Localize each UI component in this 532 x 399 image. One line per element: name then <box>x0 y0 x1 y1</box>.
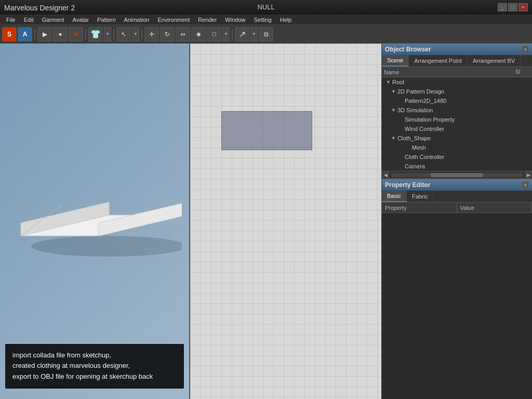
label-3d-sim: 3D Simulation <box>397 107 433 113</box>
menu-window[interactable]: Window <box>221 15 249 25</box>
tree-item-mesh[interactable]: Mesh <box>382 143 532 152</box>
viewport-2d-panel[interactable] <box>190 44 381 399</box>
null-label: NULL <box>257 3 274 11</box>
menu-pattern[interactable]: Pattern <box>93 15 119 25</box>
app-title: Marvelous Designer 2 <box>4 2 75 13</box>
label-pattern2d: Pattern2D_1480 <box>405 98 446 104</box>
viewport-2d[interactable] <box>190 44 381 399</box>
scale-tool[interactable]: ⇔ <box>176 27 190 42</box>
menu-animation[interactable]: Animation <box>120 15 154 25</box>
tree-item-wind-ctrl[interactable]: Wind Controller <box>382 124 532 134</box>
play-button[interactable]: ▶ <box>37 27 52 42</box>
menu-render[interactable]: Render <box>194 15 221 25</box>
menu-edit[interactable]: Edit <box>20 15 38 25</box>
property-content <box>382 213 532 399</box>
close-button[interactable]: × <box>518 3 528 11</box>
tab-arrangement-bv[interactable]: Arrangement BV <box>468 55 521 66</box>
label-sim-property: Simulation Property <box>405 116 455 123</box>
tree-item-cloth-ctrl[interactable]: Cloth Controller <box>382 152 532 162</box>
tool5[interactable]: ⬡ <box>207 27 221 42</box>
tree-item-camera[interactable]: Camera <box>382 162 532 171</box>
tree-header: Name SI <box>382 67 532 77</box>
scroll-left[interactable]: ◀ <box>382 171 389 179</box>
col-si: SI <box>514 67 525 77</box>
right-panel: Object Browser × Scene Arrangement Point… <box>381 44 532 399</box>
arrow-cloth-shape: ▼ <box>391 136 396 141</box>
cam-tool[interactable]: ⧉ <box>259 27 273 42</box>
object-browser: Object Browser × Scene Arrangement Point… <box>382 44 532 179</box>
window-controls: _ □ × <box>498 3 528 11</box>
select-tool[interactable]: ↖ <box>116 27 131 42</box>
scrollbar-track <box>391 173 523 177</box>
stop-button[interactable]: ■ <box>53 27 68 42</box>
tab-fabric[interactable]: Fabric <box>407 191 434 202</box>
rotate-tool[interactable]: ↻ <box>160 27 175 42</box>
property-editor-header: Property Editor × <box>382 179 532 191</box>
object-browser-tabs: Scene Arrangement Point Arrangement BV <box>382 55 532 67</box>
tab-scene[interactable]: Scene <box>382 55 409 66</box>
object-browser-title: Object Browser <box>385 46 431 53</box>
label-cloth-shape: Cloth_Shape <box>397 135 431 141</box>
menu-setting[interactable]: Setting <box>249 15 275 25</box>
tree-item-sim-property[interactable]: Simulation Property <box>382 115 532 124</box>
app-subtitle: Designer 2 <box>38 4 75 12</box>
tool6-dropdown[interactable]: ▼ <box>250 27 258 42</box>
col-name: Name <box>382 67 514 77</box>
caption-overlay: import collada file from sketchup, creat… <box>5 344 184 389</box>
minimize-button[interactable]: _ <box>498 3 507 11</box>
tool4[interactable]: ◉ <box>191 27 206 42</box>
col-property: Property <box>382 203 457 212</box>
caption-line2: created clothing at marvelous designer, <box>12 361 177 371</box>
menu-file[interactable]: File <box>2 15 20 25</box>
menu-garment[interactable]: Garment <box>38 15 69 25</box>
arrow-3d-sim: ▼ <box>391 108 396 113</box>
scroll-right[interactable]: ▶ <box>525 171 532 179</box>
maximize-button[interactable]: □ <box>508 3 517 11</box>
toolbar: S A ▶ ■ ⏺ 👕 ▼ ↖ ▼ ✛ ↻ ⇔ ◉ ⬡ ▼ ↗ ▼ ⧉ <box>0 25 532 44</box>
app-title-marvelous: Marvelous <box>4 4 38 12</box>
tool5-dropdown[interactable]: ▼ <box>222 27 230 42</box>
menu-help[interactable]: Help <box>276 15 296 25</box>
property-columns: Property Value <box>382 203 532 213</box>
tree-item-2d-pattern[interactable]: ▼ 2D Pattern Design <box>382 87 532 96</box>
arrow-root: ▼ <box>386 79 391 85</box>
menu-avatar[interactable]: Avatar <box>69 15 94 25</box>
tree-item-pattern2d[interactable]: Pattern2D_1480 <box>382 96 532 105</box>
garment-dropdown[interactable]: ▼ <box>104 27 111 42</box>
garment-tool[interactable]: 👕 <box>88 27 103 42</box>
record-button[interactable]: ⏺ <box>69 27 83 42</box>
property-editor-close[interactable]: × <box>522 181 529 189</box>
tree-item-3d-sim[interactable]: ▼ 3D Simulation <box>382 105 532 115</box>
tool6[interactable]: ↗ <box>235 27 249 42</box>
svg-point-4 <box>31 236 182 257</box>
property-editor: Property Editor × Basic Fabric Property … <box>382 179 532 399</box>
tab-arrangement-point[interactable]: Arrangement Point <box>409 55 468 66</box>
tool-s-button[interactable]: S <box>2 27 17 42</box>
object-browser-header: Object Browser × <box>382 44 532 55</box>
caption-line3: export to OBJ file for opening at skerch… <box>12 371 177 382</box>
menu-environment[interactable]: Environment <box>153 15 194 25</box>
tool-a-button[interactable]: A <box>18 27 32 42</box>
label-cloth-ctrl: Cloth Controller <box>405 154 444 160</box>
move-tool[interactable]: ✛ <box>144 27 159 42</box>
select-dropdown[interactable]: ▼ <box>132 27 139 42</box>
label-wind-ctrl: Wind Controller <box>405 126 444 132</box>
label-camera: Camera <box>405 163 425 169</box>
caption-line1: import collada file from sketchup, <box>12 350 177 361</box>
menu-bar: File Edit Garment Avatar Pattern Animati… <box>0 15 532 25</box>
3d-shape <box>5 122 182 267</box>
tree-item-cloth-shape[interactable]: ▼ Cloth_Shape <box>382 134 532 143</box>
col-value: Value <box>457 203 533 212</box>
arrow-2d-pattern: ▼ <box>391 89 396 94</box>
viewport-3d[interactable]: import collada file from sketchup, creat… <box>0 44 189 399</box>
scrollbar-thumb[interactable] <box>431 173 483 177</box>
tree-item-root[interactable]: ▼ Root <box>382 77 532 87</box>
label-2d-pattern: 2D Pattern Design <box>397 88 444 95</box>
tab-basic[interactable]: Basic <box>382 191 407 202</box>
label-root: Root <box>392 79 404 85</box>
label-mesh: Mesh <box>412 144 426 151</box>
property-editor-title: Property Editor <box>385 181 430 189</box>
tree-scrollbar-h[interactable]: ◀ ▶ <box>382 171 532 178</box>
tree-content: ▼ Root ▼ 2D Pattern Design Pattern2D_148… <box>382 77 532 171</box>
object-browser-close[interactable]: × <box>522 46 529 53</box>
